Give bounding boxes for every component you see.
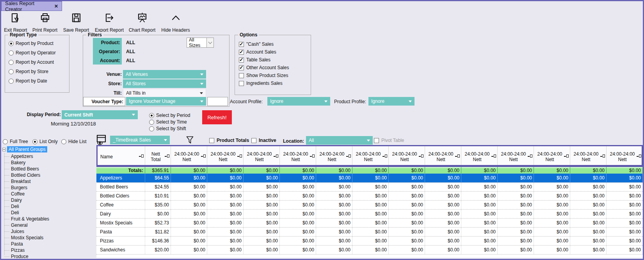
filter-funnel-icon[interactable]	[186, 136, 194, 144]
column-header-nett-3[interactable]: 24:00-24:00Nett	[244, 145, 280, 167]
report-type-option-0[interactable]: Report by Product	[9, 41, 53, 46]
product-profile-dropdown[interactable]: Ignore	[368, 97, 415, 106]
list-mode-option-1[interactable]: List Only	[32, 139, 58, 144]
radio-icon[interactable]	[9, 69, 14, 74]
tree-item-coffee[interactable]: Coffee	[11, 191, 25, 197]
store-dropdown[interactable]: All Stores	[123, 79, 206, 88]
tree-item-mostix-specials[interactable]: Mostix Specials	[11, 235, 43, 241]
tree-item-pasta[interactable]: Pasta	[11, 241, 23, 247]
options-checkbox-3[interactable]: Other Account Sales	[239, 65, 289, 70]
pivot-table-checkbox[interactable]: Pivot Table	[374, 138, 404, 143]
table-row-bottled-beers[interactable]: Bottled Beers$24.55$0.00$0.00$0.00$0.00$…	[96, 183, 643, 192]
options-checkbox-1[interactable]: Account Sales	[239, 49, 276, 55]
tab-sales-report-creator[interactable]: Sales Report Creator ✕	[1, 1, 62, 11]
column-header-nett-1[interactable]: 24:00-24:00Nett	[171, 145, 207, 167]
tree-item-fruit-vegetables[interactable]: Fruit & Vegetables	[11, 216, 49, 222]
report-type-option-3[interactable]: Report by Store	[9, 69, 48, 74]
column-header-nett-12[interactable]: 24:00-24:00Nett	[570, 145, 607, 167]
tree-item-bottled-ciders[interactable]: Bottled Ciders	[11, 172, 40, 178]
tree-item-juices[interactable]: Juices	[11, 228, 24, 235]
location-dropdown[interactable]: All	[306, 136, 373, 145]
close-icon[interactable]: ✕	[54, 4, 58, 9]
checkbox-icon[interactable]	[251, 138, 256, 143]
table-row-pasta[interactable]: Pasta$11.82$0.00$0.00$0.00$0.00$0.00$0.0…	[96, 228, 643, 237]
toolbar-button-hide-headers[interactable]: Hide Headers	[160, 13, 192, 33]
column-pin-icon[interactable]	[491, 154, 496, 158]
column-pin-icon[interactable]	[139, 154, 144, 158]
column-pin-icon[interactable]	[274, 154, 278, 158]
toolbar-button-print-report[interactable]: Print Report	[31, 13, 59, 33]
column-header-name[interactable]: Name	[98, 145, 145, 167]
checkbox-icon[interactable]	[239, 50, 244, 55]
radio-icon[interactable]	[149, 120, 154, 125]
chevron-down-icon[interactable]	[206, 38, 213, 47]
options-checkbox-0[interactable]: "Cash" Sales	[239, 41, 274, 47]
report-type-option-1[interactable]: Report by Operator	[9, 50, 56, 56]
toolbar-button-exit-report[interactable]: Exit Report	[3, 13, 28, 33]
toolbar-button-chart-report[interactable]: Chart Report	[128, 13, 157, 33]
empty-combo[interactable]	[207, 97, 228, 106]
checkbox-icon[interactable]	[374, 138, 379, 143]
toolbar-button-save-report[interactable]: Save Report	[63, 13, 89, 33]
column-pin-icon[interactable]	[419, 154, 423, 158]
checkbox-icon[interactable]	[239, 73, 244, 78]
collapse-icon[interactable]	[2, 148, 6, 151]
column-header-nett-total[interactable]: NettTotal	[145, 145, 171, 167]
checkbox-icon[interactable]	[209, 138, 214, 143]
toolbar-button-export-report[interactable]: Export Report	[94, 13, 125, 33]
sizes-dropdown[interactable]: All Sizes	[187, 38, 214, 48]
column-header-nett-4[interactable]: 24:00-24:00Nett	[280, 145, 316, 167]
inactive-checkbox[interactable]: Inactive	[251, 138, 276, 143]
column-header-nett-8[interactable]: 24:00-24:00Nett	[425, 145, 461, 167]
list-mode-option-0[interactable]: Full Tree	[3, 139, 28, 144]
view-type-dropdown[interactable]: _TimeBreak Sales	[110, 136, 170, 144]
tree-item-produce[interactable]: Produce	[11, 253, 28, 260]
report-type-option-4[interactable]: Report by Date	[9, 78, 47, 84]
refresh-button[interactable]: Refresh!	[202, 110, 232, 124]
tree-item-general[interactable]: General	[11, 222, 28, 228]
tree-item-dairy[interactable]: Dairy	[11, 197, 22, 203]
checkbox-icon[interactable]	[239, 42, 244, 47]
voucher-type-dropdown[interactable]: Ignore Voucher Usage	[126, 97, 206, 106]
venue-dropdown[interactable]: All Venues	[123, 70, 206, 79]
tree-item-burgers[interactable]: Burgers	[11, 185, 27, 191]
column-header-nett-5[interactable]: 24:00-24:00Nett	[316, 145, 352, 167]
column-header-nett-13[interactable]: 24:00-24:00Nett	[607, 145, 643, 167]
options-checkbox-2[interactable]: Table Sales	[239, 57, 270, 63]
column-pin-icon[interactable]	[165, 154, 169, 158]
radio-icon[interactable]	[9, 50, 14, 56]
radio-icon[interactable]	[9, 60, 14, 65]
radio-icon[interactable]	[149, 113, 154, 118]
select-mode-option-0[interactable]: Select by Period	[149, 113, 190, 118]
radio-icon[interactable]	[9, 41, 14, 46]
column-header-nett-11[interactable]: 24:00-24:00Nett	[534, 145, 570, 167]
column-pin-icon[interactable]	[637, 154, 641, 158]
till-dropdown[interactable]: All Tills in	[123, 89, 206, 97]
radio-icon[interactable]	[32, 139, 37, 144]
select-mode-option-1[interactable]: Select by Time	[149, 119, 187, 125]
column-header-nett-10[interactable]: 24:00-24:00Nett	[498, 145, 534, 167]
table-row-dairy[interactable]: Dairy$0.00$0.00$0.00$0.00$0.00$0.00$0.00…	[96, 210, 643, 219]
column-pin-icon[interactable]	[455, 154, 460, 158]
table-row-pizzas[interactable]: Pizzas$146.36$0.00$0.00$0.00$0.00$0.00$0…	[96, 237, 643, 246]
column-pin-icon[interactable]	[600, 154, 605, 158]
column-header-nett-6[interactable]: 24:00-24:00Nett	[352, 145, 389, 167]
options-checkbox-4[interactable]: Show Product Sizes	[239, 73, 288, 78]
column-pin-icon[interactable]	[382, 154, 387, 158]
radio-icon[interactable]	[149, 126, 154, 131]
radio-icon[interactable]	[9, 79, 14, 84]
column-pin-icon[interactable]	[237, 154, 242, 158]
checkbox-icon[interactable]	[239, 65, 244, 70]
checkbox-icon[interactable]	[239, 81, 244, 86]
list-mode-option-2[interactable]: Hide List	[61, 139, 87, 144]
column-pin-icon[interactable]	[346, 154, 351, 158]
table-row-appetizers[interactable]: Appetizers$64.55$0.00$0.00$0.00$0.00$0.0…	[96, 174, 643, 183]
radio-icon[interactable]	[3, 139, 8, 144]
column-pin-icon[interactable]	[564, 154, 569, 158]
grid-eye-icon[interactable]	[96, 134, 107, 145]
column-header-nett-2[interactable]: 24:00-24:00Nett	[207, 145, 244, 167]
tree-item-appetizers[interactable]: Appetizers	[11, 153, 33, 160]
table-row-bottled-ciders[interactable]: Bottled Ciders$10.91$0.00$0.00$0.00$0.00…	[96, 192, 643, 201]
display-period-dropdown[interactable]: Current Shift	[62, 110, 138, 119]
table-row-coffee[interactable]: Coffee$35.00$0.00$0.00$0.00$0.00$0.00$0.…	[96, 201, 643, 210]
